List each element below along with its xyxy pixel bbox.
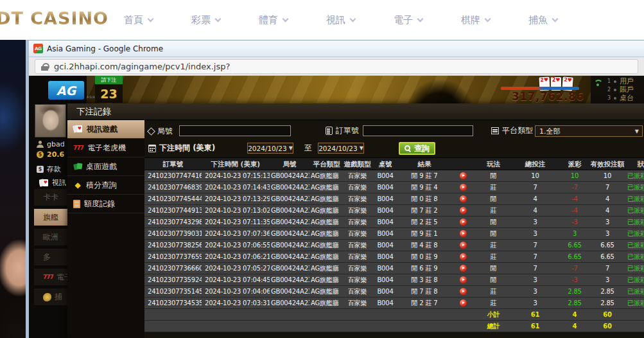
summary-_icon <box>449 309 476 320</box>
replay-icon[interactable] <box>460 288 467 295</box>
cell-payout: 2.85 <box>560 286 589 297</box>
user-name-row: gbad <box>37 140 65 148</box>
info-row-number: 2 <box>607 87 614 93</box>
date-from-value: 2024/10/23 <box>248 145 287 152</box>
window-titlebar[interactable]: AG Asia Gaming - Google Chrome <box>29 40 644 57</box>
cell-payout: -3 <box>560 274 589 285</box>
table-row[interactable]: 2410230773592402024-10-23 07:04:45GB0042… <box>144 274 644 286</box>
modal-sidebar-item-3[interactable]: 桌面遊戲 <box>67 157 144 176</box>
status-dot <box>614 89 616 91</box>
replay-icon[interactable] <box>460 218 467 226</box>
lobby-video-tab[interactable]: 視訊 <box>39 178 70 188</box>
person-icon <box>37 141 44 148</box>
nav-item-1[interactable]: 首頁 <box>105 14 172 26</box>
round-input[interactable] <box>179 125 291 136</box>
modal-sidebar-item-label: 額度記錄 <box>84 199 115 209</box>
table-row[interactable]: 2410230774683912024-10-23 07:14:43GB0042… <box>144 182 644 193</box>
replay-icon[interactable] <box>460 299 467 307</box>
table-row[interactable]: 2410230773514512024-10-23 07:04:06GB0042… <box>144 286 644 298</box>
cell-play: 閒 <box>476 228 510 239</box>
replay-icon[interactable] <box>460 242 467 249</box>
cell-order: 241023077454448 <box>144 193 202 204</box>
slot-777-icon <box>43 273 53 281</box>
modal-sidebar-item-1[interactable]: 視訊遊戲 <box>67 120 144 139</box>
col-header: 平台類型 <box>309 158 344 170</box>
cell-status: 已派彩 <box>625 205 644 216</box>
table-row[interactable]: 2410230773666072024-10-23 07:05:27GB0042… <box>144 263 644 274</box>
nav-item-7[interactable]: 捕魚 <box>509 14 577 26</box>
cell-status: 已派彩 <box>625 193 644 204</box>
col-header: 玩法 <box>476 158 510 170</box>
replay-icon[interactable] <box>460 172 467 179</box>
replay-icon[interactable] <box>460 265 467 272</box>
nav-item-6[interactable]: 棋牌 <box>442 14 509 26</box>
nav-item-4[interactable]: 視訊 <box>307 14 374 26</box>
order-input[interactable] <box>363 125 473 136</box>
cell-round: GB00424A230HW <box>270 251 309 262</box>
cell-play: 閒 <box>476 193 510 204</box>
bet-timer-countdown: 23 <box>95 84 123 103</box>
cell-result: 閒 2 莊 5 <box>399 217 449 227</box>
table-row[interactable]: 2410230773765982024-10-23 07:06:21GB0042… <box>144 251 644 263</box>
cell-game: 百家樂 <box>344 263 371 274</box>
modal-sidebar-item-2[interactable]: 電子老虎機 <box>67 139 144 157</box>
table-row[interactable]: 2410230774544482024-10-23 07:13:29GB0042… <box>144 193 644 205</box>
summary-label: 總計 <box>476 321 510 332</box>
table-row[interactable]: 2410230774491332024-10-23 07:13:02GB0042… <box>144 205 644 217</box>
cell-platform: AG旗艦廳 <box>309 217 344 227</box>
replay-icon[interactable] <box>460 195 467 202</box>
cell-order: 241023077351451 <box>144 286 202 297</box>
cell-time: 2024-10-23 07:07:36 <box>202 228 270 239</box>
cell-order: 241023077382565 <box>144 240 202 251</box>
status-dot <box>614 80 616 83</box>
date-from-picker[interactable]: 2024/10/23 ▼ <box>247 143 293 154</box>
cell-bet: 3 <box>510 298 560 308</box>
table-row[interactable]: 2410230774741692024-10-23 07:15:13GB0042… <box>144 170 644 182</box>
cell-game: 百家樂 <box>344 205 371 216</box>
main-nav: 首頁彩票體育視訊電子棋牌捕魚 <box>105 0 577 40</box>
nav-item-label: 電子 <box>394 14 413 26</box>
modal-sidebar-item-5[interactable]: 額度記錄 <box>67 195 144 213</box>
nav-item-3[interactable]: 體育 <box>239 14 307 26</box>
table-info-rows: 1用戶2賬戶3桌台 <box>607 77 634 102</box>
table-row[interactable]: 2410230773903182024-10-23 07:07:36GB0042… <box>144 228 644 240</box>
replay-cell <box>449 240 476 251</box>
table-row[interactable]: 2410230774329892024-10-23 07:11:35GB0042… <box>144 217 644 228</box>
replay-icon[interactable] <box>460 253 467 260</box>
platform-label: 平台類型 <box>491 125 533 136</box>
cell-platform: AG旗艦廳 <box>309 170 344 181</box>
summary-valid: 60 <box>589 321 625 332</box>
cell-bet: 3 <box>510 228 560 239</box>
cell-round: GB00424A230I5 <box>270 217 309 227</box>
summary-payout: 4 <box>560 309 589 320</box>
nav-item-2[interactable]: 彩票 <box>172 14 239 26</box>
replay-icon[interactable] <box>460 207 467 214</box>
replay-icon[interactable] <box>460 184 467 191</box>
cell-round: GB00424A230HY <box>270 228 309 239</box>
total-row: 總計61460 <box>144 321 644 332</box>
cell-valid: 7 <box>589 182 625 193</box>
table-row[interactable]: 2410230773825652024-10-23 07:06:55GB0042… <box>144 240 644 251</box>
replay-icon[interactable] <box>460 230 467 237</box>
address-box[interactable]: gci.2hhapi.com/agingame/pcv1/index.jsp? <box>35 59 638 74</box>
table-row[interactable]: 2410230773453562024-10-23 07:03:31GB0042… <box>144 298 644 309</box>
replay-icon[interactable] <box>460 276 467 283</box>
search-button[interactable]: 查詢 <box>399 142 435 155</box>
cell-valid: 6.65 <box>589 251 625 262</box>
ag-lobby-content: AG ASIA GAMING 請下注 23 2♥2♥2♥ 317,762.86 … <box>29 76 644 338</box>
cell-platform: AG旗艦廳 <box>309 240 344 251</box>
deposit-button[interactable]: $ 存款 <box>37 165 61 174</box>
fish-icon <box>43 293 51 301</box>
summary-order <box>144 321 202 332</box>
cell-time: 2024-10-23 07:11:35 <box>202 217 270 227</box>
cell-valid: 6.65 <box>589 240 625 251</box>
cell-result: 閒 7 莊 8 <box>399 286 449 297</box>
modal-sidebar-item-4[interactable]: 積分查詢 <box>67 176 144 195</box>
nav-item-5[interactable]: 電子 <box>374 14 442 26</box>
cell-game: 百家樂 <box>344 228 371 239</box>
platform-select[interactable]: 1.全部 ▼ <box>535 125 643 137</box>
dropdown-arrow-icon: ▼ <box>289 145 293 151</box>
cell-play: 閒 <box>476 217 510 227</box>
cell-status: 已派彩 <box>625 274 644 285</box>
date-to-picker[interactable]: 2024/10/23 ▼ <box>318 143 364 154</box>
